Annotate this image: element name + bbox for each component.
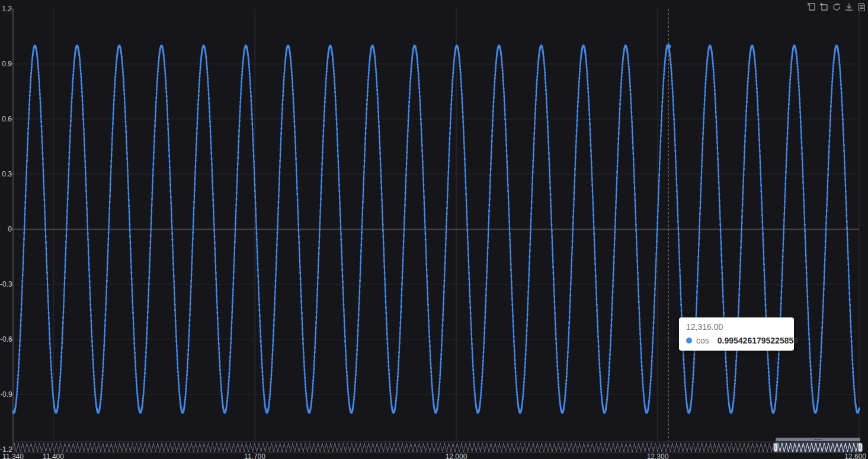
datazoom-mini-wave xyxy=(14,443,860,452)
series-marker-dot xyxy=(686,338,692,344)
y-axis-label: 0.3 xyxy=(0,170,12,178)
move-handle-dots-icon xyxy=(815,439,816,440)
x-axis-label: 11,400 xyxy=(43,452,64,459)
chart-stage: 1.20.90.60.30-0.3-0.6-0.9-1.211,34011,40… xyxy=(0,0,868,459)
x-axis-label: 12,600 xyxy=(844,452,866,459)
data-view-icon[interactable] xyxy=(857,2,866,12)
y-axis-label: 0.6 xyxy=(0,115,12,123)
x-axis-label: 12,300 xyxy=(647,452,669,459)
x-axis-label: 12,000 xyxy=(446,452,467,459)
hovered-data-point[interactable] xyxy=(666,44,671,49)
move-handle-dots-icon xyxy=(820,439,821,440)
x-axis-label: 11,340 xyxy=(2,452,24,459)
restore-icon[interactable] xyxy=(832,2,841,12)
tooltip-series-value: 0.9954261795225859 xyxy=(718,336,798,345)
zoom-select-icon[interactable] xyxy=(807,2,816,12)
y-axis-label: 1.2 xyxy=(0,5,12,13)
y-axis-label: 0.9 xyxy=(0,60,12,68)
move-handle-dots-icon xyxy=(818,439,819,440)
zoom-reset-icon[interactable] xyxy=(819,2,829,12)
y-axis-label: -0.3 xyxy=(0,280,12,288)
tooltip-series-row: cos 0.9954261795225859 xyxy=(686,336,787,345)
chart-canvas[interactable] xyxy=(0,0,868,459)
toolbox xyxy=(807,2,866,12)
save-image-icon[interactable] xyxy=(844,2,854,12)
tooltip-series-label: cos xyxy=(696,336,709,345)
tooltip-title: 12,316.00 xyxy=(686,322,787,332)
y-axis-label: -0.9 xyxy=(0,390,12,399)
y-axis-label: 0 xyxy=(0,225,12,233)
tooltip: 12,316.00 cos 0.9954261795225859 xyxy=(679,317,794,351)
y-axis-label: -0.6 xyxy=(0,335,12,344)
x-axis-label: 11,700 xyxy=(244,452,265,459)
